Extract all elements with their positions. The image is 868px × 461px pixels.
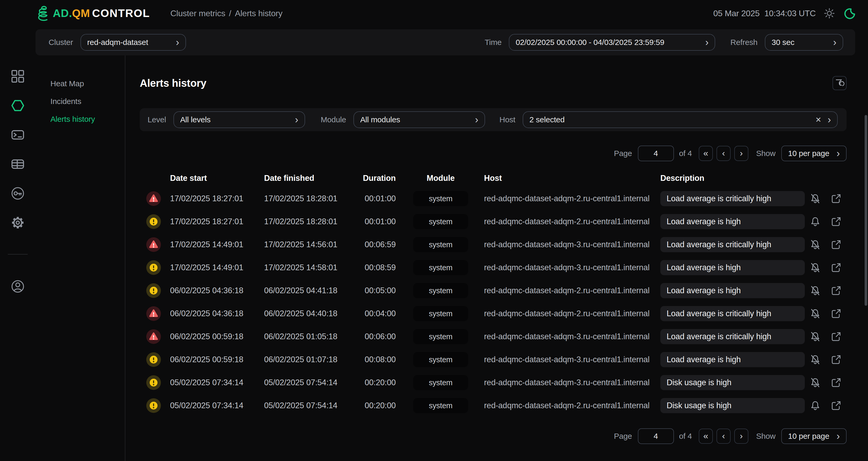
date-start-cell: 06/02/2025 04:36:18 — [170, 309, 264, 318]
icon-sidebar — [0, 55, 35, 461]
date-start-cell: 06/02/2025 04:36:18 — [170, 286, 264, 295]
utc-clock: 05 Mar 2025 10:34:03 UTC — [713, 9, 816, 18]
open-alert-icon[interactable] — [830, 308, 842, 320]
next-page-button[interactable]: › — [734, 429, 748, 444]
sidebar-item-dashboard[interactable] — [10, 69, 25, 84]
notifications-muted-icon[interactable] — [809, 308, 821, 320]
notifications-muted-icon[interactable] — [809, 193, 821, 205]
cluster-select[interactable]: red-adqm-dataset › — [81, 34, 186, 51]
level-filter-select[interactable]: All levels › — [174, 111, 305, 128]
table-row: 17/02/2025 14:49:01 17/02/2025 14:56:01 … — [140, 237, 846, 253]
prev-page-button[interactable]: ‹ — [716, 146, 731, 161]
date-start-cell: 06/02/2025 00:59:18 — [170, 355, 264, 364]
open-alert-icon[interactable] — [830, 377, 842, 388]
table-row: 06/02/2025 00:59:18 06/02/2025 01:05:18 … — [140, 329, 846, 344]
module-badge: system — [413, 329, 468, 344]
sidebar-item-access-keys[interactable] — [10, 186, 25, 201]
terminal-icon — [10, 127, 25, 142]
notifications-muted-icon[interactable] — [809, 285, 821, 297]
first-page-button[interactable]: « — [699, 146, 713, 161]
nav-item-alerts-history[interactable]: Alerts history — [51, 113, 125, 125]
date-finished-cell: 17/02/2025 18:28:01 — [264, 194, 358, 203]
sidebar-item-cluster[interactable] — [10, 98, 25, 113]
page-number-input[interactable] — [638, 428, 674, 444]
description-badge: Load average is critically high — [660, 191, 805, 206]
logo-qm: QM — [72, 7, 90, 19]
open-alert-icon[interactable] — [830, 285, 842, 297]
breadcrumb-section[interactable]: Cluster metrics — [170, 9, 225, 18]
duration-cell: 00:01:00 — [358, 217, 397, 226]
module-badge: system — [413, 214, 468, 229]
notifications-on-icon[interactable] — [809, 400, 821, 412]
access-key-icon — [10, 186, 25, 201]
host-cell: red-adqmc-dataset-adqm-2.ru-central1.int… — [484, 217, 660, 226]
first-page-button[interactable]: « — [699, 429, 713, 444]
per-page-select[interactable]: 10 per page › — [781, 146, 846, 161]
open-alert-icon[interactable] — [830, 239, 842, 251]
duration-cell: 00:05:00 — [358, 286, 397, 295]
open-alert-icon[interactable] — [830, 262, 842, 273]
sidebar-item-terminal[interactable] — [10, 127, 25, 142]
light-theme-button[interactable] — [823, 6, 836, 20]
nav-item-heat-map[interactable]: Heat Map — [51, 77, 125, 90]
critical-level-icon — [146, 191, 161, 206]
notifications-muted-icon[interactable] — [809, 353, 821, 366]
open-alert-icon[interactable] — [830, 353, 842, 366]
notifications-on-icon[interactable] — [809, 215, 821, 228]
table-row: 06/02/2025 04:36:18 06/02/2025 04:40:18 … — [140, 306, 846, 321]
host-header: Host — [484, 174, 660, 183]
top-bar: AD.QMCONTROL Cluster metrics / Alerts hi… — [0, 0, 868, 27]
critical-level-icon — [146, 237, 161, 252]
sidebar-item-profile[interactable] — [10, 279, 25, 294]
duration-cell: 00:08:59 — [358, 263, 397, 272]
per-page-select[interactable]: 10 per page › — [781, 428, 846, 444]
pagination-bottom: Page of 4 « ‹ › Show 10 per page › — [140, 429, 846, 444]
notifications-muted-icon[interactable] — [809, 330, 821, 343]
clear-host-filter-icon[interactable]: ✕ — [809, 116, 821, 124]
host-filter-select[interactable]: 2 selected ✕ › — [523, 111, 838, 128]
refresh-interval-select[interactable]: 30 sec › — [765, 34, 843, 51]
warning-level-icon — [146, 398, 161, 413]
pagination-top: Page of 4 « ‹ › Show 10 per page › — [140, 146, 846, 161]
host-cell: red-adqmc-dataset-adqm-3.ru-central1.int… — [484, 332, 660, 341]
chevron-right-icon: › — [827, 37, 836, 47]
table-row: 06/02/2025 04:36:18 06/02/2025 04:41:18 … — [140, 283, 846, 298]
duration-cell: 00:06:59 — [358, 240, 397, 249]
prev-page-button[interactable]: ‹ — [716, 429, 731, 444]
open-alert-icon[interactable] — [830, 400, 842, 412]
date-start-cell: 17/02/2025 14:49:01 — [170, 240, 264, 249]
page-title: Alerts history — [140, 77, 206, 89]
section-nav: Heat Map Incidents Alerts history — [35, 55, 125, 461]
app-logo[interactable]: AD.QMCONTROL — [35, 6, 150, 21]
open-alert-icon[interactable] — [830, 330, 842, 343]
time-range-select[interactable]: 02/02/2025 00:00:00 - 04/03/2025 23:59:5… — [509, 34, 715, 51]
nav-item-incidents[interactable]: Incidents — [51, 95, 125, 108]
module-badge: system — [413, 398, 468, 413]
sidebar-item-tables[interactable] — [10, 157, 25, 171]
date-finished-cell: 05/02/2025 07:54:14 — [264, 401, 358, 410]
next-page-button[interactable]: › — [734, 146, 748, 161]
date-start-cell: 05/02/2025 07:34:14 — [170, 378, 264, 387]
open-alert-icon[interactable] — [830, 215, 842, 228]
module-badge: system — [413, 375, 468, 390]
page-number-input[interactable] — [638, 146, 674, 161]
notifications-muted-icon[interactable] — [809, 262, 821, 273]
module-badge: system — [413, 191, 468, 206]
scrollbar-thumb[interactable] — [865, 115, 867, 306]
reset-filters-button[interactable] — [833, 76, 846, 90]
notifications-muted-icon[interactable] — [809, 239, 821, 251]
breadcrumb-page: Alerts history — [235, 9, 282, 18]
table-row: 05/02/2025 07:34:14 05/02/2025 07:54:14 … — [140, 375, 846, 391]
dark-theme-button[interactable] — [843, 6, 857, 20]
date-start-cell: 06/02/2025 00:59:18 — [170, 332, 264, 341]
module-badge: system — [413, 260, 468, 275]
sidebar-item-settings[interactable] — [10, 215, 25, 230]
notifications-muted-icon[interactable] — [809, 377, 821, 388]
critical-level-icon — [146, 329, 161, 344]
open-alert-icon[interactable] — [830, 193, 842, 205]
date-start-cell: 05/02/2025 07:34:14 — [170, 401, 264, 410]
host-cell: red-adqmc-dataset-adqm-3.ru-central1.int… — [484, 378, 660, 387]
duration-cell: 00:20:00 — [358, 378, 397, 387]
module-filter-select[interactable]: All modules › — [353, 111, 485, 128]
table-row: 17/02/2025 18:27:01 17/02/2025 18:28:01 … — [140, 191, 846, 206]
